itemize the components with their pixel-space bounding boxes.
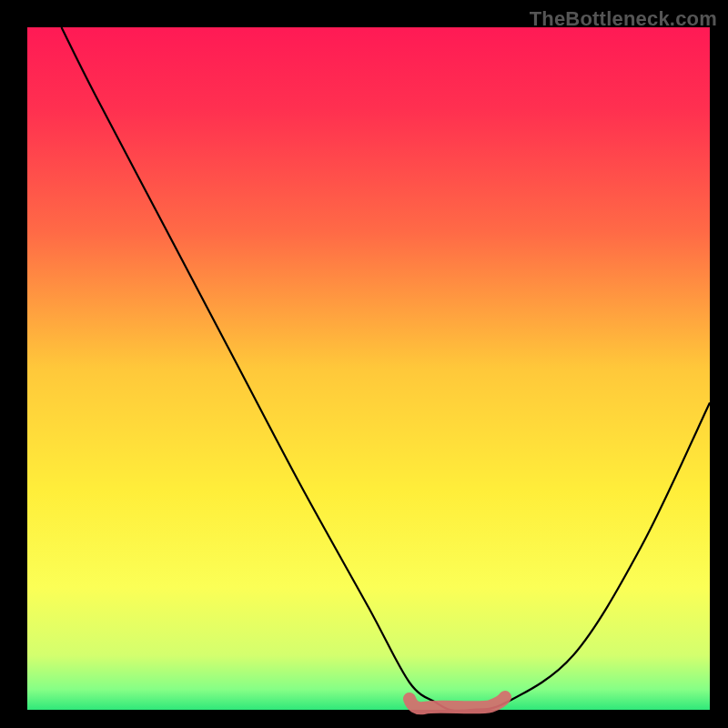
bottleneck-chart	[0, 0, 728, 728]
watermark-text: TheBottleneck.com	[530, 7, 717, 31]
